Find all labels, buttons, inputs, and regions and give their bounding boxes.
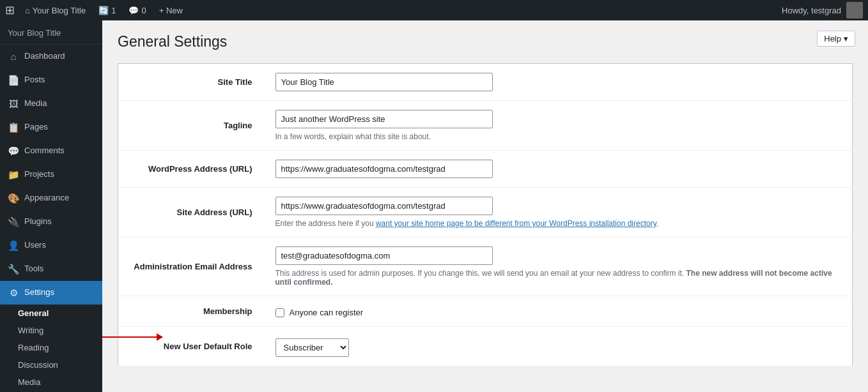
- comments-icon: 💬: [128, 6, 139, 15]
- chevron-down-icon: ▾: [844, 34, 848, 43]
- home-icon: ⌂: [25, 6, 30, 15]
- projects-icon: 📁: [8, 168, 19, 181]
- site-title-row: Site Title: [118, 64, 853, 101]
- membership-checkbox[interactable]: [275, 308, 284, 317]
- settings-icon: ⚙: [8, 286, 19, 299]
- posts-icon: 📄: [8, 73, 19, 87]
- page-title: General Settings: [118, 33, 853, 50]
- sidebar-item-media[interactable]: 🖼 Media: [0, 92, 102, 116]
- sidebar-item-dashboard[interactable]: ⌂ Dashboard: [0, 45, 102, 68]
- site-address-label: Site Address (URL): [118, 188, 265, 237]
- users-icon: 👤: [8, 239, 19, 252]
- new-user-role-select[interactable]: Subscriber Contributor Author Editor Adm…: [275, 338, 349, 357]
- appearance-icon: 🎨: [8, 192, 19, 205]
- sidebar-sub-item-writing[interactable]: Writing: [0, 322, 102, 339]
- dashboard-icon: ⌂: [8, 50, 19, 63]
- comments-nav-icon: 💬: [8, 144, 19, 158]
- sidebar-item-projects[interactable]: 📁 Projects: [0, 163, 102, 186]
- sidebar-sub-item-reading[interactable]: Reading: [0, 339, 102, 356]
- sidebar-item-tools[interactable]: 🔧 Tools: [0, 257, 102, 281]
- topbar-site-name[interactable]: ⌂ Your Blog Title: [22, 0, 88, 20]
- membership-label: Membership: [118, 296, 265, 327]
- topbar-comments[interactable]: 💬 0: [126, 0, 148, 20]
- pages-icon: 📋: [8, 121, 19, 134]
- tagline-label: Tagline: [118, 101, 265, 151]
- settings-form: Site Title Tagline In a few words, expla…: [118, 63, 853, 366]
- sidebar-item-comments[interactable]: 💬 Comments: [0, 139, 102, 163]
- topbar-right: Howdy, testgrad: [782, 2, 863, 19]
- sidebar-sub-item-media-settings[interactable]: Media: [0, 373, 102, 391]
- sidebar-item-settings[interactable]: ⚙ Settings: [0, 281, 102, 305]
- sidebar-item-plugins[interactable]: 🔌 Plugins: [0, 210, 102, 234]
- site-address-link[interactable]: want your site home page to be different…: [376, 219, 656, 228]
- avatar: [846, 2, 863, 19]
- site-address-row: Site Address (URL) Enter the address her…: [118, 188, 853, 237]
- site-title-label: Site Title: [118, 64, 265, 101]
- site-title-input[interactable]: [275, 73, 493, 91]
- tools-icon: 🔧: [8, 262, 19, 276]
- wp-address-label: WordPress Address (URL): [118, 151, 265, 188]
- new-user-role-label: New User Default Role: [118, 327, 265, 366]
- sidebar-item-pages[interactable]: 📋 Pages: [0, 116, 102, 139]
- sidebar-brand: Your Blog Title: [0, 20, 102, 45]
- help-button[interactable]: Help ▾: [817, 31, 855, 47]
- plugins-icon: 🔌: [8, 215, 19, 229]
- topbar: ⊞ ⌂ Your Blog Title 🔄 1 💬 0 + New Howdy,…: [0, 0, 868, 20]
- sidebar: Your Blog Title ⌂ Dashboard 📄 Posts 🖼 Me…: [0, 20, 102, 392]
- sidebar-sub-item-general[interactable]: General: [0, 305, 102, 322]
- site-address-description: Enter the address here if you want your …: [275, 219, 842, 228]
- tagline-row: Tagline In a few words, explain what thi…: [118, 101, 853, 151]
- site-address-input[interactable]: [275, 197, 493, 215]
- topbar-new[interactable]: + New: [157, 0, 185, 20]
- membership-checkbox-label[interactable]: Anyone can register: [275, 308, 842, 317]
- media-icon: 🖼: [8, 97, 19, 110]
- updates-icon: 🔄: [98, 6, 109, 15]
- content-area: General Settings Help ▾ Site Title: [102, 20, 868, 392]
- wp-address-input[interactable]: [275, 160, 493, 178]
- admin-email-label: Administration Email Address: [118, 237, 265, 296]
- sidebar-item-appearance[interactable]: 🎨 Appearance: [0, 186, 102, 210]
- topbar-updates[interactable]: 🔄 1: [96, 0, 118, 20]
- admin-email-input[interactable]: [275, 246, 493, 265]
- tagline-input[interactable]: [275, 110, 493, 128]
- tagline-description: In a few words, explain what this site i…: [275, 132, 842, 141]
- membership-row: Membership Anyone can register: [118, 296, 853, 327]
- admin-email-row: Administration Email Address This addres…: [118, 237, 853, 296]
- sidebar-item-posts[interactable]: 📄 Posts: [0, 68, 102, 92]
- sidebar-sub-item-discussion[interactable]: Discussion: [0, 356, 102, 373]
- admin-email-description: This address is used for admin purposes.…: [275, 269, 842, 287]
- sidebar-item-users[interactable]: 👤 Users: [0, 234, 102, 257]
- new-user-role-row: New User Default Role Subscriber Contrib…: [118, 327, 853, 366]
- wp-logo-icon: ⊞: [5, 4, 15, 16]
- wp-address-row: WordPress Address (URL): [118, 151, 853, 188]
